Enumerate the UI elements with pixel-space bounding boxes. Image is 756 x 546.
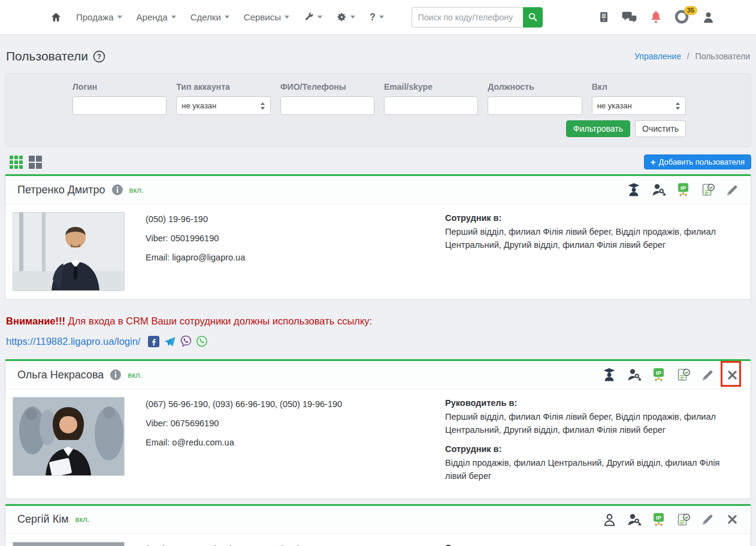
role-title: Сотрудник в: xyxy=(445,543,727,546)
reader-icon[interactable] xyxy=(598,11,609,23)
coins-icon[interactable]: 35 xyxy=(675,8,690,26)
user-card: Сергій Кім вкл. IP xyxy=(5,504,751,546)
add-user-button[interactable]: + Добавить пользователя xyxy=(644,154,751,169)
grid-2x2-icon[interactable] xyxy=(29,156,42,169)
email-input[interactable] xyxy=(384,96,478,115)
ip-icon[interactable]: IP xyxy=(651,367,666,383)
ip-icon[interactable]: IP xyxy=(675,182,691,198)
caret-down-icon xyxy=(117,16,122,19)
filter-position: Должность xyxy=(488,82,582,115)
role-title: Сотрудник в: xyxy=(445,213,727,223)
global-search xyxy=(412,7,543,28)
account-type-select[interactable]: не указан xyxy=(176,96,270,115)
viber-icon[interactable] xyxy=(180,335,192,347)
close-icon[interactable] xyxy=(724,367,740,383)
fio-input[interactable] xyxy=(280,96,374,115)
bell-icon[interactable] xyxy=(650,10,662,24)
user-phones: (050) 19-96-190 xyxy=(146,214,445,224)
user-contacts: (050) 19-96-190 Viber: 0501996190 Email:… xyxy=(146,212,445,291)
user-outline-icon[interactable] xyxy=(601,512,617,527)
svg-text:IP: IP xyxy=(681,184,687,191)
user-key-icon[interactable] xyxy=(626,512,642,527)
caret-down-icon xyxy=(317,16,322,19)
info-icon[interactable] xyxy=(110,369,121,380)
user-photo xyxy=(13,542,125,546)
page-header: Пользователи ? Управление / Пользователи xyxy=(0,35,756,73)
user-key-icon[interactable] xyxy=(626,367,642,383)
breadcrumb: Управление / Пользователи xyxy=(634,51,750,61)
menu-services-label: Сервисы xyxy=(244,12,281,22)
question-circle-icon[interactable]: ? xyxy=(93,50,105,63)
user-phones: (067) 56-96-190, (093) 66-96-190, (050) … xyxy=(146,399,445,409)
warning-title: Внимание!!! xyxy=(6,316,65,326)
position-input[interactable] xyxy=(488,96,582,115)
search-button[interactable] xyxy=(523,7,543,28)
menu-sales-label: Продажа xyxy=(76,12,114,22)
grid-3x3-icon[interactable] xyxy=(10,156,23,169)
login-link[interactable]: https://119882.ligapro.ua/login/ xyxy=(6,336,140,347)
user-key-icon[interactable] xyxy=(651,182,666,198)
graduate-icon[interactable] xyxy=(626,182,642,198)
graduate-icon[interactable] xyxy=(601,367,617,383)
menu-help[interactable]: ? xyxy=(370,12,384,23)
menu-services[interactable]: Сервисы xyxy=(244,12,289,22)
journal-clock-icon[interactable] xyxy=(675,367,691,383)
filter-account-type: Тип аккаунта не указан xyxy=(176,82,270,115)
search-icon xyxy=(528,12,538,22)
user-roles: Сотрудник в: Перший відділ, филиал Філія… xyxy=(445,212,727,291)
help-question-label: ? xyxy=(370,12,376,23)
search-input[interactable] xyxy=(412,7,523,28)
add-user-label: Добавить пользователя xyxy=(659,157,745,166)
page-title-text: Пользователи xyxy=(6,49,88,63)
whatsapp-icon[interactable] xyxy=(196,335,208,347)
menu-sales[interactable]: Продажа xyxy=(76,12,122,22)
ip-icon[interactable]: IP xyxy=(651,512,666,527)
role-title: Руководитель в: xyxy=(445,398,727,408)
user-roles: Сотрудник в: Перший відділ, филиал Філія… xyxy=(445,542,727,546)
menu-deals-label: Сделки xyxy=(190,12,221,22)
pencil-icon[interactable] xyxy=(700,367,715,383)
email-label: Email/skype xyxy=(384,82,478,92)
pencil-icon[interactable] xyxy=(724,182,740,198)
role-text: Відділ продажів, филиал Центральний, Дру… xyxy=(445,456,727,483)
user-name: Ольга Некрасова xyxy=(17,369,104,381)
status-badge: вкл. xyxy=(129,186,144,195)
menu-deals[interactable]: Сделки xyxy=(190,12,229,22)
user-email: Email: o@redu.com.ua xyxy=(146,438,445,447)
facebook-icon[interactable] xyxy=(148,336,159,347)
breadcrumb-separator: / xyxy=(687,51,690,61)
role-text: Перший відділ, филиал Філія лівий берег,… xyxy=(445,410,727,437)
menu-rent[interactable]: Аренда xyxy=(137,12,176,22)
filter-button[interactable]: Фильтровать xyxy=(566,120,630,137)
fio-label: ФИО/Телефоны xyxy=(280,82,374,92)
warning-text: Для входа в CRM Ваши сотрудники должны и… xyxy=(68,316,373,326)
home-icon[interactable] xyxy=(50,11,62,23)
user-name: Петренко Дмитро xyxy=(17,184,105,196)
chats-icon[interactable] xyxy=(622,11,637,24)
breadcrumb-management-link[interactable]: Управление xyxy=(634,51,681,61)
menu-tools[interactable] xyxy=(304,12,322,22)
user-viber: Viber: 0501996190 xyxy=(146,233,445,243)
caret-down-icon xyxy=(350,16,355,19)
enabled-select[interactable]: не указан xyxy=(592,96,686,115)
status-badge: вкл. xyxy=(75,515,90,524)
user-photo xyxy=(13,397,125,476)
menu-settings[interactable] xyxy=(337,12,355,22)
login-input[interactable] xyxy=(72,96,167,115)
warning-block: Внимание!!! Для входа в CRM Ваши сотрудн… xyxy=(6,316,750,347)
telegram-icon[interactable] xyxy=(164,336,176,347)
journal-clock-icon[interactable] xyxy=(675,512,691,527)
user-contacts: (067) 56-96-190, (093) 66-96-190, (050) … xyxy=(146,397,445,490)
info-icon[interactable] xyxy=(112,184,123,195)
filter-panel: Логин Тип аккаунта не указан ФИО/Телефон… xyxy=(5,73,751,147)
user-card: Ольга Некрасова вкл. IP xyxy=(5,359,751,499)
pencil-icon[interactable] xyxy=(700,512,715,527)
select-stepper-icon xyxy=(260,102,265,110)
user-icon[interactable] xyxy=(703,11,714,23)
gear-icon xyxy=(337,12,347,22)
role-title: Сотрудник в: xyxy=(445,444,727,454)
clear-button[interactable]: Очистить xyxy=(635,120,686,137)
user-contacts: (067) 56-96-190, (093) 66-96-190, (050) … xyxy=(146,542,445,546)
journal-clock-icon[interactable] xyxy=(700,182,715,198)
close-icon[interactable] xyxy=(724,512,740,527)
